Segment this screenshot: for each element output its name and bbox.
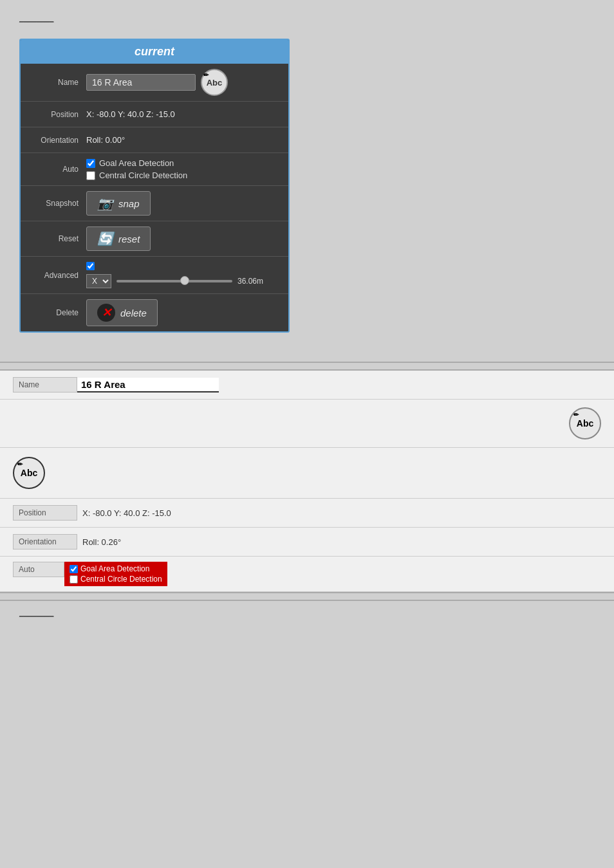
name-row: Name ✏ Abc	[21, 64, 288, 102]
reset-text: reset	[118, 234, 140, 245]
slider-row: X 36.06m	[86, 274, 263, 288]
goal-area-label: Goal Area Detection	[99, 158, 174, 168]
light-goal-area-checkbox[interactable]	[70, 565, 78, 573]
delete-row: Delete ✕ delete	[21, 294, 288, 331]
camera-icon: 📷	[97, 196, 113, 211]
pencil-icon-light: ✏	[573, 411, 579, 418]
dark-panel: current Name ✏ Abc Position X: -80.0 Y: …	[19, 39, 290, 333]
light-abc-left-row: ✏ Abc	[0, 448, 614, 499]
reset-label: Reset	[28, 234, 86, 243]
delete-text: delete	[120, 308, 147, 319]
light-central-circle-item[interactable]: Central Circle Detection	[70, 575, 162, 584]
advanced-checkbox[interactable]	[86, 262, 95, 270]
light-goal-area-label: Goal Area Detection	[80, 564, 149, 573]
light-central-circle-checkbox[interactable]	[70, 575, 78, 584]
position-row: Position X: -80.0 Y: 40.0 Z: -15.0	[21, 102, 288, 127]
slider-value: 36.06m	[237, 277, 263, 286]
x-select[interactable]: X	[86, 274, 111, 288]
position-value: X: -80.0 Y: 40.0 Z: -15.0	[86, 109, 175, 119]
light-auto-checks: Goal Area Detection Central Circle Detec…	[64, 562, 167, 586]
central-circle-label: Central Circle Detection	[99, 171, 187, 180]
slider-thumb[interactable]	[180, 276, 189, 285]
goal-area-item[interactable]: Goal Area Detection	[86, 158, 187, 168]
light-orientation-row: Orientation Roll: 0.26°	[0, 528, 614, 557]
light-position-label: Position	[13, 505, 77, 521]
light-abc-button-right[interactable]: ✏ Abc	[569, 407, 601, 439]
refresh-icon: 🔄	[97, 231, 113, 246]
central-circle-checkbox[interactable]	[86, 171, 95, 180]
abc-label-left: Abc	[21, 468, 37, 478]
name-label: Name	[28, 78, 86, 87]
abc-label: Abc	[207, 78, 223, 88]
advanced-row: Advanced X 36.06m	[21, 257, 288, 294]
goal-area-checkbox[interactable]	[86, 159, 95, 168]
delete-button[interactable]: ✕ delete	[86, 299, 158, 326]
panel-header: current	[21, 40, 288, 64]
name-input-area: ✏ Abc	[86, 69, 228, 96]
delete-label: Delete	[28, 308, 86, 317]
advanced-top	[86, 262, 263, 270]
snap-text: snap	[118, 198, 140, 209]
position-label: Position	[28, 110, 86, 119]
slider-track[interactable]	[116, 280, 232, 282]
reset-row: Reset 🔄 reset	[21, 221, 288, 257]
snapshot-label: Snapshot	[28, 199, 86, 208]
light-name-row: Name	[0, 371, 614, 400]
light-central-circle-label: Central Circle Detection	[80, 575, 162, 584]
auto-checkboxes: Goal Area Detection Central Circle Detec…	[86, 158, 187, 180]
snap-button[interactable]: 📷 snap	[86, 191, 151, 216]
light-section: Name ✏ Abc ✏ Abc Position X: -80.0 Y: 40…	[0, 369, 614, 593]
light-auto-row: Auto Goal Area Detection Central Circle …	[0, 557, 614, 592]
light-auto-label: Auto	[13, 562, 64, 577]
bottom-link-area: ________	[0, 601, 614, 623]
abc-button[interactable]: ✏ Abc	[201, 69, 228, 96]
light-goal-area-item[interactable]: Goal Area Detection	[70, 564, 162, 573]
central-circle-item[interactable]: Central Circle Detection	[86, 171, 187, 180]
orientation-label: Orientation	[28, 136, 86, 145]
light-position-value: X: -80.0 Y: 40.0 Z: -15.0	[77, 508, 171, 518]
advanced-controls: X 36.06m	[86, 262, 263, 288]
snapshot-row: Snapshot 📷 snap	[21, 186, 288, 221]
orientation-row: Orientation Roll: 0.00°	[21, 127, 288, 153]
light-name-label: Name	[13, 377, 77, 392]
auto-label: Auto	[28, 165, 86, 174]
abc-label-right: Abc	[577, 418, 593, 429]
light-orientation-value: Roll: 0.26°	[77, 537, 121, 547]
pencil-icon: ✏	[203, 71, 209, 78]
bottom-link[interactable]: ________	[19, 608, 53, 617]
light-orientation-label: Orientation	[13, 534, 77, 549]
pencil-icon-light2: ✏	[17, 461, 23, 468]
top-link[interactable]: ________	[19, 14, 53, 23]
auto-row: Auto Goal Area Detection Central Circle …	[21, 153, 288, 186]
reset-button[interactable]: 🔄 reset	[86, 226, 151, 251]
advanced-label: Advanced	[28, 271, 86, 280]
orientation-value: Roll: 0.00°	[86, 135, 125, 145]
light-abc-button-left[interactable]: ✏ Abc	[13, 457, 45, 489]
light-name-input[interactable]	[77, 378, 219, 392]
right-abc-area: ✏ Abc	[0, 400, 614, 448]
light-position-row: Position X: -80.0 Y: 40.0 Z: -15.0	[0, 499, 614, 528]
name-input[interactable]	[86, 74, 196, 91]
delete-icon: ✕	[97, 304, 115, 322]
